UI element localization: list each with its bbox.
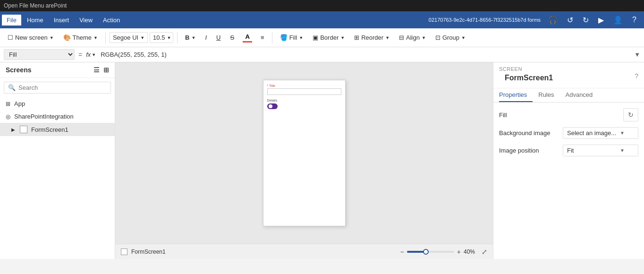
font-size-dropdown[interactable]: 10.5 ▼ [150, 32, 173, 43]
formula-fx[interactable]: fx ▼ [86, 51, 96, 58]
fill-label: Fill [499, 111, 507, 119]
align-menu-button[interactable]: ⊟ Align ▼ [395, 32, 430, 43]
menu-item-file[interactable]: File [2, 15, 21, 26]
fill-chevron: ▼ [299, 35, 303, 40]
image-position-select[interactable]: Fit ▼ [563, 145, 638, 156]
formula-bar: Fill = fx ▼ ▼ [0, 47, 644, 62]
background-image-select[interactable]: Select an image... ▼ [563, 127, 638, 139]
new-screen-icon: ☐ [8, 34, 13, 41]
app-id-text: 02170763-9e2c-4d71-8656-7f3232515b7d for… [429, 17, 541, 23]
sidebar-header: Screens ☰ ⊞ [0, 62, 115, 78]
sidebar-item-formscreen1[interactable]: ▶ FormScreen1 [0, 123, 115, 136]
zoom-controls: − + 40% ⤢ [400, 248, 487, 256]
font-size-chevron: ▼ [167, 35, 171, 40]
reorder-chevron: ▼ [385, 35, 390, 40]
main-layout: Screens ☰ ⊞ 🔍 ⊞ App ◎ SharePointIntegrat… [0, 62, 644, 259]
fill-icon: 🪣 [280, 34, 288, 41]
fill-color-button[interactable]: ↻ [623, 108, 638, 121]
sidebar-item-sharepoint[interactable]: ◎ SharePointIntegration [0, 110, 115, 123]
font-family-value: Segoe UI [113, 34, 138, 41]
panel-tabs: Properties Rules Advanced [493, 88, 644, 103]
zoom-out-button[interactable]: − [400, 248, 404, 256]
font-family-dropdown[interactable]: Segoe UI ▼ [110, 32, 148, 43]
right-panel: SCREEN FormScreen1 ? Properties Rules Ad… [493, 62, 644, 259]
panel-help-icon[interactable]: ? [635, 72, 638, 80]
image-position-row: Image position Fit ▼ [499, 145, 638, 156]
screen-icon [20, 126, 27, 133]
align-menu-chevron: ▼ [422, 35, 426, 40]
fx-label: fx [86, 51, 91, 58]
font-color-underline [243, 41, 252, 43]
theme-icon: 🎨 [63, 34, 71, 41]
formula-expand-icon[interactable]: ▼ [634, 51, 640, 58]
theme-button[interactable]: 🎨 Theme ▼ [59, 32, 102, 43]
align-button[interactable]: ≡ [257, 32, 268, 43]
panel-content: Fill ↻ Background image Select an image.… [493, 103, 644, 259]
fill-button[interactable]: 🪣 Fill ▼ [276, 32, 307, 43]
menu-item-home[interactable]: Home [22, 15, 48, 26]
strikethrough-button[interactable]: S [226, 32, 238, 43]
separator-3 [272, 32, 272, 43]
undo-icon[interactable]: ↺ [565, 15, 575, 26]
group-button[interactable]: ⊡ Group ▼ [432, 32, 469, 43]
canvas-workspace[interactable]: * Title Details [115, 62, 493, 244]
grid-view-icon[interactable]: ⊞ [103, 66, 109, 74]
zoom-in-button[interactable]: + [457, 248, 461, 256]
theme-chevron: ▼ [93, 35, 98, 40]
property-select[interactable]: Fill [4, 49, 75, 60]
align-menu-icon: ⊟ [399, 34, 404, 41]
expand-icon: ▶ [11, 127, 15, 132]
phone-input-mock [267, 88, 341, 95]
align-menu-label: Align [406, 34, 420, 41]
bold-label: B [185, 34, 189, 41]
background-image-value: Select an image... [567, 129, 616, 137]
font-color-label: A [245, 33, 249, 40]
italic-button[interactable]: I [201, 32, 211, 43]
tab-properties[interactable]: Properties [499, 88, 533, 102]
font-color-button[interactable]: A [240, 32, 255, 43]
fx-chevron: ▼ [92, 52, 96, 57]
sharepoint-item-icon: ◎ [6, 113, 10, 120]
font-size-value: 10.5 [153, 34, 165, 41]
sharepoint-item-label: SharePointIntegration [14, 113, 74, 120]
expand-canvas-button[interactable]: ⤢ [482, 248, 487, 256]
list-view-icon[interactable]: ☰ [93, 66, 100, 74]
group-icon: ⊡ [435, 34, 441, 41]
font-family-chevron: ▼ [140, 35, 144, 40]
tab-rules[interactable]: Rules [538, 88, 559, 102]
background-image-row: Background image Select an image... ▼ [499, 127, 638, 139]
menu-item-insert[interactable]: Insert [49, 15, 74, 26]
align-label: ≡ [261, 34, 264, 41]
help-icon[interactable]: ? [630, 15, 638, 25]
menu-item-action[interactable]: Action [98, 15, 125, 26]
new-screen-button[interactable]: ☐ New screen ▼ [4, 32, 58, 43]
headset-icon[interactable]: 🎧 [546, 15, 559, 26]
sidebar-item-app[interactable]: ⊞ App [0, 97, 115, 110]
phone-title-label: * Title [267, 84, 341, 87]
search-box[interactable]: 🔍 [4, 82, 111, 94]
formula-input[interactable] [100, 50, 630, 59]
new-screen-label: New screen [15, 34, 48, 41]
user-icon[interactable]: 👤 [611, 15, 625, 26]
underline-button[interactable]: U [212, 32, 224, 43]
fill-label: Fill [289, 34, 297, 41]
title-bar: Open File Menu arePoint [0, 0, 644, 11]
border-icon: ▣ [313, 34, 318, 41]
phone-content: * Title Details [263, 80, 345, 113]
tab-advanced[interactable]: Advanced [566, 88, 599, 102]
reorder-label: Reorder [361, 34, 383, 41]
search-input[interactable] [18, 84, 107, 91]
reorder-button[interactable]: ⊞ Reorder ▼ [350, 32, 393, 43]
zoom-slider[interactable] [407, 251, 454, 253]
border-button[interactable]: ▣ Border ▼ [309, 32, 348, 43]
theme-label: Theme [73, 34, 92, 41]
menu-item-view[interactable]: View [75, 15, 97, 26]
image-position-chevron: ▼ [620, 148, 625, 153]
bold-button[interactable]: B ▼ [181, 32, 199, 43]
play-icon[interactable]: ▶ [596, 15, 606, 26]
redo-icon[interactable]: ↻ [581, 15, 591, 26]
sidebar-header-icons: ☰ ⊞ [93, 66, 109, 74]
search-icon: 🔍 [8, 84, 16, 91]
sidebar-title: Screens [6, 66, 31, 74]
title-bar-text: Open File Menu arePoint [4, 2, 67, 9]
